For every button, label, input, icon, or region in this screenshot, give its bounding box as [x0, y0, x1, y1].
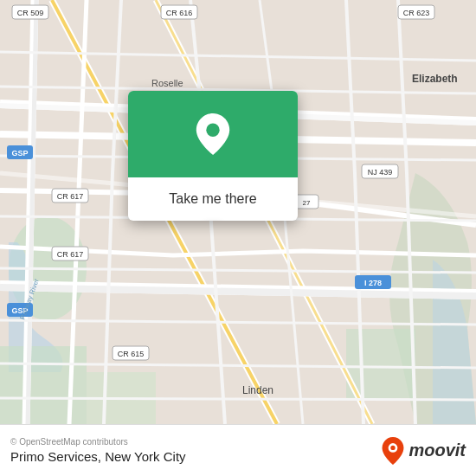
popup-header — [128, 91, 298, 177]
location-info: © OpenStreetMap contributors Primo Servi… — [10, 437, 186, 464]
popup-card: Take me there — [128, 91, 298, 221]
moovit-brand-text: moovit — [408, 441, 466, 460]
svg-text:I 278: I 278 — [364, 279, 382, 287]
copyright-text: © OpenStreetMap contributors — [10, 437, 186, 447]
popup-body: Take me there — [128, 177, 298, 221]
svg-text:GSP: GSP — [11, 149, 28, 158]
svg-text:CR 623: CR 623 — [403, 9, 430, 17]
svg-text:CR 616: CR 616 — [166, 9, 193, 17]
moovit-logo[interactable]: moovit — [381, 437, 466, 465]
bottom-bar: © OpenStreetMap contributors Primo Servi… — [0, 424, 476, 476]
svg-text:NJ 439: NJ 439 — [368, 168, 393, 177]
place-name: Primo Services, New York City — [10, 449, 186, 464]
svg-text:27: 27 — [303, 199, 311, 207]
take-me-there-button[interactable]: Take me there — [138, 190, 287, 209]
location-pin-icon — [196, 113, 230, 155]
svg-text:CR 509: CR 509 — [17, 9, 44, 17]
svg-point-31 — [206, 124, 219, 137]
svg-text:CR 617: CR 617 — [57, 192, 84, 201]
moovit-pin-icon — [381, 437, 405, 465]
svg-text:CR 617: CR 617 — [57, 250, 84, 259]
map-container[interactable]: CR 509 CR 623 CR 616 NJ 439 GSP GSP CR 6… — [0, 0, 476, 424]
svg-text:CR 615: CR 615 — [118, 350, 145, 358]
svg-point-33 — [391, 445, 396, 449]
svg-text:Roselle: Roselle — [151, 78, 183, 88]
svg-text:Elizabeth: Elizabeth — [412, 73, 458, 85]
svg-text:Linden: Linden — [242, 384, 273, 396]
